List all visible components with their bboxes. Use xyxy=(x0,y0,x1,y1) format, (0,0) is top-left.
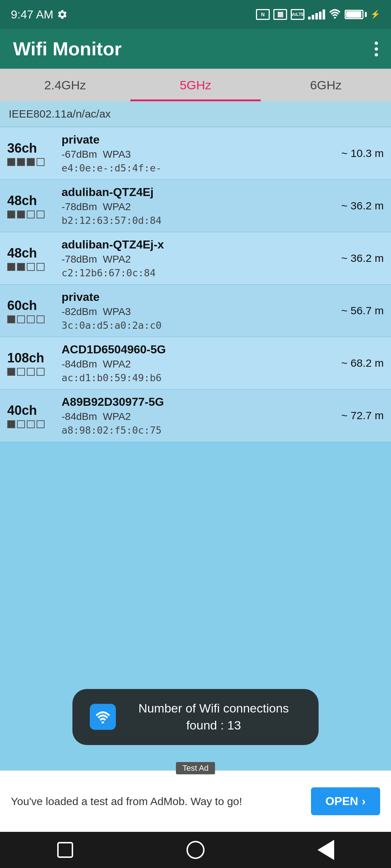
channel-col: 48ch xyxy=(7,193,58,218)
cast-icon: ⬜ xyxy=(273,9,287,20)
dbm: -78dBm xyxy=(62,254,97,265)
table-row[interactable]: 60ch private -82dBm WPA3 3c:0a:d5:a0:2a:… xyxy=(0,285,391,337)
channel-number: 108ch xyxy=(7,350,58,366)
security: WPA3 xyxy=(103,149,131,160)
ssid: aduliban-QTZ4Ej xyxy=(62,186,337,199)
recents-icon xyxy=(186,841,205,859)
ssid: A89B92D30977-5G xyxy=(62,395,337,409)
tab-2-4ghz[interactable]: 2.4GHz xyxy=(0,69,130,101)
channel-col: 40ch xyxy=(7,403,58,428)
app-header: Wifi Monitor xyxy=(0,29,391,69)
back-icon xyxy=(318,840,334,860)
security: WPA3 xyxy=(103,306,131,318)
network-details: -82dBm WPA3 xyxy=(62,306,337,318)
distance: ~ 10.3 m xyxy=(341,147,384,159)
back-button[interactable] xyxy=(315,839,337,861)
ssid: ACD1D6504960-5G xyxy=(62,343,337,356)
mac-address: ac:d1:b0:59:49:b6 xyxy=(62,372,337,383)
distance: ~ 72.7 m xyxy=(341,409,384,422)
wifi-standard-label: IEEE802.11a/n/ac/ax xyxy=(0,101,391,127)
signal-icon xyxy=(308,9,325,20)
network-details: -78dBm WPA2 xyxy=(62,254,337,265)
open-button-label: OPEN xyxy=(325,795,358,808)
tab-bar: 2.4GHz 5GHz 6GHz xyxy=(0,69,391,101)
wifi-status-icon xyxy=(329,8,341,21)
dbm: -84dBm xyxy=(62,411,97,422)
security: WPA2 xyxy=(103,358,131,370)
table-row[interactable]: 36ch private -67dBm WPA3 e4:0e:e-:d5:4f:… xyxy=(0,127,391,180)
dbm: -78dBm xyxy=(62,201,97,213)
channel-number: 48ch xyxy=(7,193,58,208)
channel-number: 48ch xyxy=(7,246,58,261)
table-row[interactable]: 40ch A89B92D30977-5G -84dBm WPA2 a8:98:0… xyxy=(0,390,391,442)
signal-strength-bars xyxy=(7,158,58,166)
ssid: aduliban-QTZ4Ej-x xyxy=(62,238,337,251)
network-info: aduliban-QTZ4Ej-x -78dBm WPA2 c2:12b6:67… xyxy=(62,238,337,278)
signal-strength-bars xyxy=(7,368,58,376)
home-button[interactable] xyxy=(54,839,76,861)
network-details: -78dBm WPA2 xyxy=(62,201,337,213)
signal-strength-bars xyxy=(7,315,58,323)
dbm: -82dBm xyxy=(62,306,97,318)
toast-message: Number of Wifi connections found : 13 xyxy=(126,700,301,734)
status-icons: N ⬜ VoLTE ⚡ xyxy=(256,8,380,21)
distance: ~ 56.7 m xyxy=(341,305,384,317)
tab-6ghz[interactable]: 6GHz xyxy=(261,69,391,101)
ad-label: Test Ad xyxy=(176,762,215,774)
recents-button[interactable] xyxy=(185,839,206,861)
ad-text: You've loaded a test ad from AdMob. Way … xyxy=(11,794,311,809)
channel-number: 60ch xyxy=(7,298,58,313)
settings-icon xyxy=(57,9,68,20)
table-row[interactable]: 48ch aduliban-QTZ4Ej -78dBm WPA2 b2:12:6… xyxy=(0,180,391,232)
network-info: aduliban-QTZ4Ej -78dBm WPA2 b2:12:63:57:… xyxy=(62,186,337,226)
channel-number: 36ch xyxy=(7,141,58,156)
lte-icon: VoLTE xyxy=(291,9,304,20)
mac-address: c2:12b6:67:0c:84 xyxy=(62,267,337,278)
nfc-icon: N xyxy=(256,9,270,20)
network-info: private -82dBm WPA3 3c:0a:d5:a0:2a:c0 xyxy=(62,290,337,331)
chevron-right-icon: › xyxy=(362,795,366,808)
tab-5ghz[interactable]: 5GHz xyxy=(130,69,261,101)
network-details: -84dBm WPA2 xyxy=(62,411,337,422)
ad-open-button[interactable]: OPEN › xyxy=(311,787,380,815)
security: WPA2 xyxy=(103,201,131,213)
ssid: private xyxy=(62,290,337,304)
network-details: -84dBm WPA2 xyxy=(62,358,337,370)
battery-icon xyxy=(345,10,367,19)
more-options-button[interactable] xyxy=(375,42,378,56)
charging-icon: ⚡ xyxy=(370,10,380,19)
table-row[interactable]: 48ch aduliban-QTZ4Ej-x -78dBm WPA2 c2:12… xyxy=(0,232,391,285)
mac-address: e4:0e:e-:d5:4f:e- xyxy=(62,162,337,174)
mac-address: 3c:0a:d5:a0:2a:c0 xyxy=(62,320,337,331)
navigation-bar xyxy=(0,832,391,868)
channel-col: 36ch xyxy=(7,141,58,166)
mac-address: a8:98:02:f5:0c:75 xyxy=(62,425,337,436)
network-info: private -67dBm WPA3 e4:0e:e-:d5:4f:e- xyxy=(62,133,337,174)
channel-col: 48ch xyxy=(7,246,58,271)
distance: ~ 36.2 m xyxy=(341,252,384,264)
network-info: ACD1D6504960-5G -84dBm WPA2 ac:d1:b0:59:… xyxy=(62,343,337,383)
toast-wifi-icon xyxy=(90,704,116,730)
dbm: -67dBm xyxy=(62,149,97,160)
distance: ~ 68.2 m xyxy=(341,357,384,369)
mac-address: b2:12:63:57:0d:84 xyxy=(62,215,337,226)
channel-number: 40ch xyxy=(7,403,58,418)
svg-point-0 xyxy=(334,17,336,18)
dbm: -84dBm xyxy=(62,358,97,370)
ssid: private xyxy=(62,133,337,146)
svg-point-1 xyxy=(101,722,104,723)
status-bar: 9:47 AM N ⬜ VoLTE xyxy=(0,0,391,29)
table-row[interactable]: 108ch ACD1D6504960-5G -84dBm WPA2 ac:d1:… xyxy=(0,337,391,390)
signal-strength-bars xyxy=(7,210,58,218)
network-info: A89B92D30977-5G -84dBm WPA2 a8:98:02:f5:… xyxy=(62,395,337,436)
security: WPA2 xyxy=(103,254,131,265)
channel-col: 108ch xyxy=(7,350,58,376)
security: WPA2 xyxy=(103,411,131,422)
distance: ~ 36.2 m xyxy=(341,200,384,212)
status-time-area: 9:47 AM xyxy=(11,8,68,21)
status-time: 9:47 AM xyxy=(11,8,53,21)
network-list: 36ch private -67dBm WPA3 e4:0e:e-:d5:4f:… xyxy=(0,127,391,442)
home-icon xyxy=(57,842,73,858)
toast-notification: Number of Wifi connections found : 13 xyxy=(72,689,319,745)
signal-strength-bars xyxy=(7,263,58,271)
